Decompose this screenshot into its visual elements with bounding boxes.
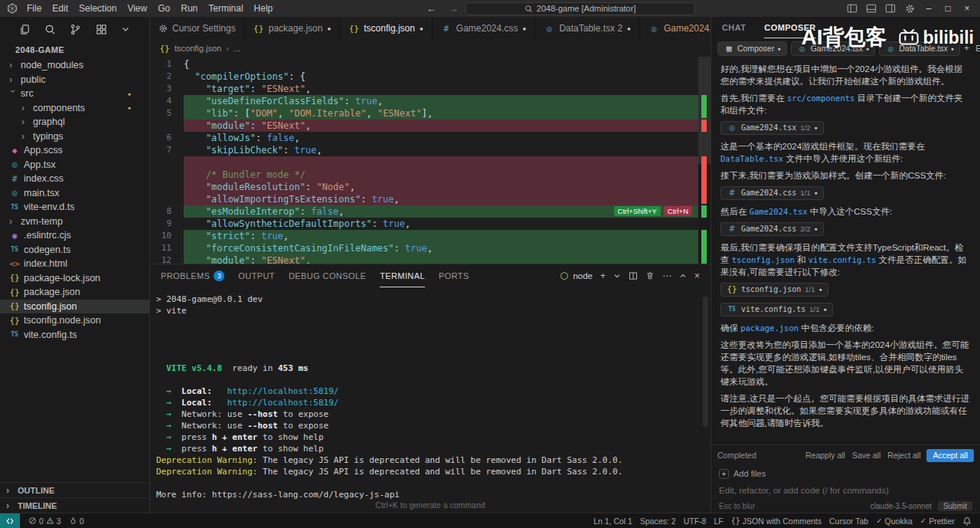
extensions-icon[interactable]	[96, 24, 107, 35]
ai-tab-chat[interactable]: CHAT	[722, 17, 746, 38]
close-panel-icon[interactable]: ×	[694, 271, 700, 281]
shortcut-badge-reject[interactable]: Ctrl+N	[664, 206, 692, 216]
file-item-package.json[interactable]: {}package.json	[0, 285, 149, 300]
breadcrumb-more[interactable]: ...	[234, 44, 240, 53]
status-encoding[interactable]: UTF-8	[680, 517, 710, 526]
file-item-vite.config.ts[interactable]: TSvite.config.ts	[0, 328, 149, 343]
minimize-icon[interactable]: –	[920, 1, 937, 16]
add-files-button[interactable]: + Add files	[711, 465, 980, 482]
panel-tab-terminal[interactable]: TERMINAL	[380, 264, 425, 287]
file-item-node_modules[interactable]: ›node_modules	[0, 58, 149, 73]
menu-help[interactable]: Help	[249, 3, 279, 14]
split-pane-icon[interactable]: ⊟	[975, 43, 980, 54]
file-item-tsconfig.json[interactable]: {}tsconfig.json	[0, 300, 149, 314]
explorer-icon[interactable]	[19, 24, 31, 35]
command-center-search[interactable]: 2048-game [Administrator]	[466, 2, 695, 15]
file-item-main.tsx[interactable]: ◎main.tsx	[0, 186, 149, 201]
file-chip-Game2024.css[interactable]: #Game2024.css1/1●	[720, 186, 824, 200]
file-item-package-lock.json[interactable]: {}package-lock.json	[0, 271, 149, 286]
breadcrumb-file[interactable]: tsconfig.json	[175, 44, 221, 53]
file-item-src[interactable]: ›src●	[0, 87, 149, 101]
file-item-index.css[interactable]: #index.css	[0, 172, 149, 186]
add-tab-icon[interactable]: +	[964, 43, 969, 54]
status-language-mode[interactable]: {}JSON with Comments	[727, 517, 825, 526]
minimap[interactable]	[698, 57, 710, 264]
submit-button[interactable]: Submit	[938, 501, 972, 511]
menu-run[interactable]: Run	[175, 3, 203, 14]
panel-tab-ports[interactable]: PORTS	[439, 264, 469, 287]
status-prettier[interactable]: ✓Prettier	[916, 517, 959, 526]
save-all-button[interactable]: Save all	[852, 451, 880, 460]
breadcrumb[interactable]: {} tsconfig.json › ...	[150, 40, 710, 57]
file-item-zvm-temp[interactable]: ›zvm-temp	[0, 215, 149, 229]
modified-dot[interactable]: ●	[420, 25, 423, 32]
file-chip-Game2024.tsx[interactable]: ◎Game2024.tsx1/2●	[720, 121, 824, 135]
file-item-public[interactable]: ›public	[0, 73, 149, 87]
file-item-vite-env.d.ts[interactable]: TSvite-env.d.ts	[0, 200, 149, 215]
close-icon[interactable]: ×	[959, 1, 975, 16]
back-icon[interactable]: ←	[421, 3, 442, 15]
maximize-panel-icon[interactable]	[679, 272, 687, 280]
menu-view[interactable]: View	[122, 3, 152, 14]
modified-dot[interactable]: ●	[327, 25, 331, 32]
shortcut-badge-accept[interactable]: Ctrl+Shift+Y	[614, 206, 661, 216]
status-cursor-tab[interactable]: Cursor Tab	[825, 517, 872, 526]
menu-go[interactable]: Go	[152, 3, 175, 14]
status-ports[interactable]: 0	[65, 513, 88, 528]
tab-tsconfig.json[interactable]: {}tsconfig.json●	[340, 17, 433, 40]
search-sidebar-icon[interactable]	[44, 24, 56, 35]
toggle-panel-icon[interactable]	[863, 1, 880, 16]
status-notifications[interactable]	[959, 517, 975, 526]
maximize-icon[interactable]: □	[939, 1, 956, 16]
tab-datatable.tsx-2[interactable]: ◎DataTable.tsx 2●	[535, 17, 640, 40]
file-chip-vite.config.ts[interactable]: TSvite.config.ts1/1●	[720, 303, 833, 316]
project-title[interactable]: 2048-GAME	[0, 41, 149, 58]
accept-all-button[interactable]: Accept all	[926, 449, 974, 462]
file-item-App.tsx[interactable]: ◎App.tsx	[0, 158, 149, 172]
terminal[interactable]: > 2048-game@0.0.1 dev> vite VITE v5.4.8 …	[150, 287, 710, 513]
status-cursor-position[interactable]: Ln 1, Col 1	[590, 517, 636, 526]
chevron-down-icon[interactable]	[121, 25, 130, 34]
status-indentation[interactable]: Spaces: 2	[636, 517, 680, 526]
tab-game2024.css[interactable]: #Game2024.css●	[433, 17, 536, 40]
section-outline[interactable]: ›OUTLINE	[0, 482, 149, 497]
reapply-all-button[interactable]: Reapply all	[805, 451, 845, 460]
file-item-.eslintrc.cjs[interactable]: ◉.eslintrc.cjs	[0, 228, 149, 243]
kill-terminal-icon[interactable]	[645, 271, 655, 280]
model-selector[interactable]: claude-3.5-sonnet	[871, 502, 932, 510]
file-item-codegen.ts[interactable]: TScodegen.ts	[0, 243, 149, 257]
terminal-scrollbar[interactable]	[703, 297, 708, 427]
file-item-components[interactable]: ›components●	[0, 101, 149, 116]
terminal-dropdown-icon[interactable]	[613, 272, 621, 280]
panel-tab-problems[interactable]: PROBLEMS3	[161, 264, 224, 287]
file-chip-tsconfig.json[interactable]: {}tsconfig.json1/1●	[720, 283, 828, 297]
modified-dot[interactable]: ●	[523, 25, 527, 32]
status-quokka[interactable]: ✓Quokka	[872, 517, 916, 526]
tab-cursor-settings[interactable]: Cursor Settings	[150, 17, 245, 40]
reject-all-button[interactable]: Reject all	[887, 451, 920, 460]
composer-tab-game2024.tsx[interactable]: ◎Game2024.tsx●	[791, 41, 876, 56]
new-terminal-icon[interactable]: +	[600, 271, 606, 281]
ai-tab-composer[interactable]: COMPOSER	[764, 17, 815, 38]
menu-file[interactable]: File	[21, 3, 47, 14]
file-chip-Game2024.css[interactable]: #Game2024.css2/2●	[720, 222, 824, 236]
file-item-typings[interactable]: ›typings	[0, 130, 149, 144]
remote-indicator[interactable]	[0, 513, 20, 528]
code-editor[interactable]: 1{2 "compilerOptions": {3 "target": "ESN…	[150, 57, 710, 264]
terminal-shell[interactable]: node	[560, 271, 593, 280]
status-problems[interactable]: 0 3	[24, 513, 65, 528]
forward-icon[interactable]: →	[443, 3, 464, 15]
composer-tab-composer[interactable]: ▦Composer●	[717, 41, 787, 56]
section-timeline[interactable]: ›TIMELINE	[0, 497, 149, 513]
split-terminal-icon[interactable]	[629, 271, 638, 280]
toggle-sidebar-icon[interactable]	[844, 1, 861, 16]
file-item-App.scss[interactable]: ◆App.scss	[0, 143, 149, 158]
status-eol[interactable]: LF	[710, 517, 727, 526]
menu-terminal[interactable]: Terminal	[203, 3, 248, 14]
menu-edit[interactable]: Edit	[47, 3, 74, 14]
source-control-icon[interactable]	[70, 24, 81, 35]
panel-tab-debug-console[interactable]: DEBUG CONSOLE	[289, 264, 366, 287]
file-item-index.html[interactable]: <>index.html	[0, 257, 149, 271]
panel-more-icon[interactable]: ⋯	[662, 271, 671, 281]
modified-dot[interactable]: ●	[627, 25, 631, 32]
